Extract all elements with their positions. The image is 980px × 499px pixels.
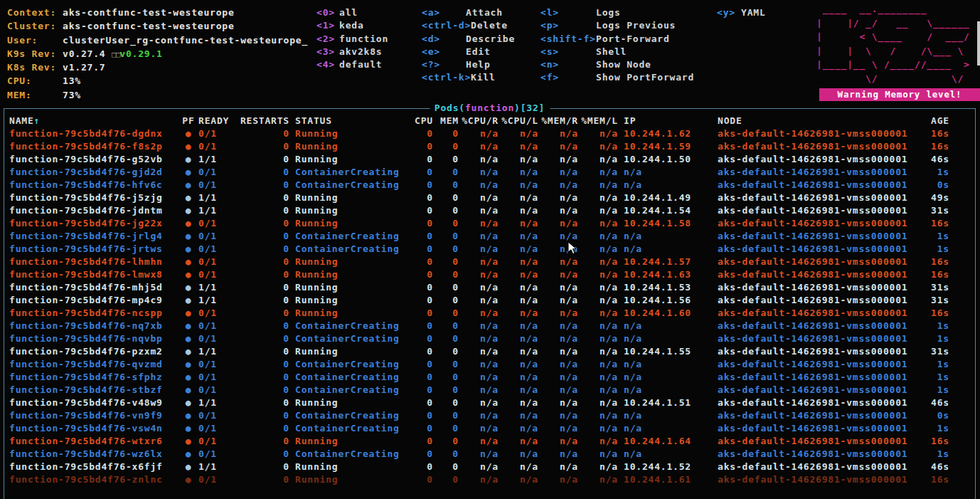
table-row[interactable]: function-79c5bd4f76-wtxr6●0/10Running00n… — [9, 435, 975, 448]
pod-ip: 10.244.1.51 — [624, 396, 712, 409]
table-row[interactable]: function-79c5bd4f76-v48w9●1/10Running00n… — [9, 396, 975, 409]
action-item[interactable]: <f>Show PortForward — [540, 71, 694, 84]
pod-mem-l: n/a — [578, 396, 618, 409]
action-item[interactable]: <p>Logs Previous — [540, 19, 694, 32]
pod-node: aks-default-14626981-vmss000001 — [718, 127, 924, 140]
table-row[interactable]: function-79c5bd4f76-wz6lx●0/10ContainerC… — [9, 448, 975, 461]
col-status[interactable]: STATUS — [295, 115, 408, 127]
namespace-hotkey: <1> — [316, 19, 339, 32]
col-ip[interactable]: IP — [624, 115, 712, 127]
table-row[interactable]: function-79c5bd4f76-nqvbp●0/10ContainerC… — [9, 332, 975, 345]
namespace-item[interactable]: <1>keda — [316, 19, 388, 32]
table-row[interactable]: function-79c5bd4f76-mp4c9●1/10Running00n… — [9, 294, 975, 307]
pod-cpu: 0 — [408, 371, 433, 384]
pod-cpu: 0 — [408, 422, 433, 435]
col-age[interactable]: AGE — [924, 115, 949, 127]
pod-cpu: 0 — [408, 204, 433, 217]
table-row[interactable]: function-79c5bd4f76-dgdnx●0/10Running00n… — [9, 127, 975, 140]
info-label: CPU: — [7, 75, 63, 88]
namespace-item[interactable]: <0>all — [316, 6, 388, 19]
action-item[interactable]: <shift-f>Port-Forward — [540, 33, 694, 46]
pod-cpu-l: n/a — [499, 127, 538, 140]
pod-cpu: 0 — [408, 473, 433, 486]
col-mem-l[interactable]: %MEM/L — [578, 115, 618, 127]
namespace-item[interactable]: <4>default — [316, 58, 388, 71]
col-mem-r[interactable]: %MEM/R — [538, 115, 578, 127]
table-row[interactable]: function-79c5bd4f76-jdntm●1/10Running00n… — [9, 204, 975, 217]
table-row[interactable]: function-79c5bd4f76-hfv6c●0/10ContainerC… — [9, 179, 975, 191]
pod-cpu: 0 — [408, 217, 433, 230]
pod-mem: 0 — [433, 345, 459, 358]
pod-ip: 10.244.1.62 — [624, 127, 712, 140]
table-row[interactable]: function-79c5bd4f76-j5zjg●1/10Running00n… — [9, 191, 975, 204]
pod-ip: 10.244.1.50 — [624, 153, 712, 166]
col-cpu[interactable]: CPU — [408, 115, 433, 127]
action-item[interactable]: <ctrl-d>Delete — [422, 19, 515, 32]
pod-ip: n/a — [624, 166, 712, 179]
col-cpu-r[interactable]: %CPU/R — [459, 115, 499, 127]
pod-cpu-r: n/a — [459, 294, 499, 307]
table-row[interactable]: function-79c5bd4f76-znlnc●0/10Running00n… — [9, 473, 975, 486]
action-item[interactable]: <y>YAML — [717, 6, 766, 19]
action-item[interactable]: <e>Edit — [422, 46, 515, 58]
table-row[interactable]: function-79c5bd4f76-f8s2p●0/10Running00n… — [9, 140, 975, 153]
action-item[interactable]: <?>Help — [422, 58, 515, 71]
col-ready[interactable]: READY — [198, 115, 240, 127]
action-item[interactable]: <ctrl-k>Kill — [422, 71, 515, 84]
table-row[interactable]: function-79c5bd4f76-vn9f9●0/10ContainerC… — [9, 409, 975, 422]
pod-age: 1s — [924, 384, 949, 396]
namespace-hotkey: <4> — [316, 58, 339, 71]
table-row[interactable]: function-79c5bd4f76-pzxm2●1/10Running00n… — [9, 345, 975, 358]
pod-mem: 0 — [433, 307, 459, 320]
col-name[interactable]: NAME↑ — [9, 115, 179, 127]
table-row[interactable]: function-79c5bd4f76-gjd2d●0/10ContainerC… — [9, 166, 975, 179]
pod-name: function-79c5bd4f76-sfphz — [9, 371, 179, 384]
k9s-terminal: Context:aks-contfunc-test-westeurope Clu… — [0, 0, 980, 499]
pod-status: Running — [295, 294, 408, 307]
table-row[interactable]: function-79c5bd4f76-qvzmd●0/10ContainerC… — [9, 358, 975, 371]
pod-node: aks-default-14626981-vmss000001 — [718, 473, 924, 486]
namespace-item[interactable]: <2>function — [316, 33, 388, 46]
pf-indicator-icon: ● — [179, 166, 198, 179]
scrollbar-thumb[interactable] — [977, 21, 980, 65]
col-pf[interactable]: PF — [179, 115, 198, 127]
pod-name: function-79c5bd4f76-vn9f9 — [9, 409, 179, 422]
pod-cpu-l: n/a — [499, 204, 538, 217]
action-item[interactable]: <s>Shell — [540, 46, 694, 58]
pod-ready: 0/1 — [198, 243, 240, 256]
table-row[interactable]: function-79c5bd4f76-sfphz●0/10ContainerC… — [9, 371, 975, 384]
col-cpu-l[interactable]: %CPU/L — [499, 115, 538, 127]
table-row[interactable]: function-79c5bd4f76-stbzf●0/10ContainerC… — [9, 384, 975, 396]
pod-ip: n/a — [624, 448, 712, 461]
pod-ready: 1/1 — [198, 281, 240, 294]
table-row[interactable]: function-79c5bd4f76-lhmhn●0/10Running00n… — [9, 256, 975, 268]
cluster-info: Context:aks-contfunc-test-westeurope Clu… — [7, 6, 308, 103]
pod-cpu-r: n/a — [459, 435, 499, 448]
table-row[interactable]: function-79c5bd4f76-g52vb●1/10Running00n… — [9, 153, 975, 166]
action-item[interactable]: <l>Logs — [540, 6, 694, 19]
col-restarts[interactable]: RESTARTS — [240, 115, 289, 127]
table-row[interactable]: function-79c5bd4f76-vsw4n●0/10ContainerC… — [9, 422, 975, 435]
pod-age: 16s — [924, 140, 949, 153]
table-row[interactable]: function-79c5bd4f76-x6fjf●1/10Running00n… — [9, 461, 975, 473]
action-item[interactable]: <n>Show Node — [540, 58, 694, 71]
action-item[interactable]: <d>Describe — [422, 33, 515, 46]
pod-status: Running — [295, 435, 408, 448]
pod-name: function-79c5bd4f76-znlnc — [9, 473, 179, 486]
table-row[interactable]: function-79c5bd4f76-jg22x●0/10Running00n… — [9, 217, 975, 230]
pod-status: Running — [295, 345, 408, 358]
namespace-item[interactable]: <3>akv2k8s — [316, 46, 388, 58]
table-row[interactable]: function-79c5bd4f76-ncspp●0/10Running00n… — [9, 307, 975, 320]
table-row[interactable]: function-79c5bd4f76-jrtws●0/10ContainerC… — [9, 243, 975, 256]
pod-cpu-l: n/a — [499, 153, 538, 166]
action-label: Logs Previous — [596, 20, 676, 31]
pod-ready: 1/1 — [198, 396, 240, 409]
table-row[interactable]: function-79c5bd4f76-nq7xb●0/10ContainerC… — [9, 320, 975, 332]
col-mem[interactable]: MEM — [433, 115, 459, 127]
action-item[interactable]: <a>Attach — [422, 6, 515, 19]
table-row[interactable]: function-79c5bd4f76-jrlg4●0/10ContainerC… — [9, 230, 975, 243]
col-node[interactable]: NODE — [718, 115, 924, 127]
table-row[interactable]: function-79c5bd4f76-mhj5d●1/10Running00n… — [9, 281, 975, 294]
pod-status: Running — [295, 140, 408, 153]
table-row[interactable]: function-79c5bd4f76-lmwx8●0/10Running00n… — [9, 268, 975, 281]
